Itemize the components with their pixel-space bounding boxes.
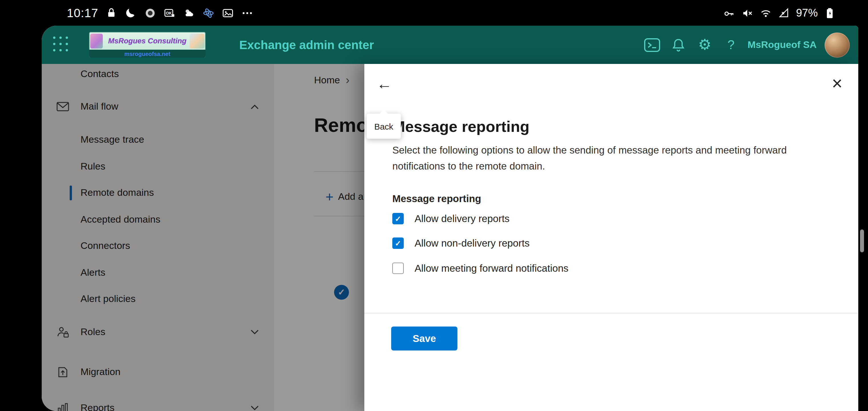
checkbox-row-delivery-reports[interactable]: Allow delivery reports <box>392 211 510 227</box>
clock: 10:17 <box>67 6 98 20</box>
back-tooltip: Back <box>367 114 401 139</box>
mute-icon <box>741 6 754 19</box>
status-bar-left: 10:17 OK <box>67 0 253 26</box>
more-notifications-icon <box>241 6 253 19</box>
logo-domain: msrogueofsa.net <box>124 51 170 57</box>
key-icon <box>723 6 736 19</box>
bell-icon[interactable] <box>665 32 691 58</box>
avatar[interactable] <box>825 32 850 57</box>
dnd-circle-icon <box>144 6 156 19</box>
checkbox-checked-icon[interactable] <box>392 213 404 224</box>
image-icon <box>222 6 234 19</box>
close-button[interactable] <box>827 73 847 94</box>
divider <box>364 313 858 313</box>
cloud-shell-icon[interactable] <box>639 32 665 58</box>
checkbox-checked-icon[interactable] <box>392 238 404 249</box>
ok-box-icon: OK <box>163 6 176 19</box>
atom-icon <box>202 6 215 19</box>
checkbox-unchecked-icon[interactable] <box>392 262 404 274</box>
checkbox-row-meeting-forward-notifications[interactable]: Allow meeting forward notifications <box>392 260 568 276</box>
app-window: MsRogues Consulting msrogueofsa.net Exch… <box>42 26 858 411</box>
status-bar-right: 97% <box>723 0 836 26</box>
checkbox-label: Allow meeting forward notifications <box>414 262 568 274</box>
back-button[interactable] <box>375 74 394 94</box>
gear-icon[interactable] <box>691 32 718 58</box>
logo-main: MsRogues Consulting <box>89 32 206 50</box>
device-scale: 10:17 OK 97% <box>0 0 868 411</box>
battery-percent: 97% <box>796 6 818 19</box>
panel-title: Message reporting <box>392 118 529 136</box>
checkbox-label: Allow delivery reports <box>414 213 510 225</box>
phone-screen: 10:17 OK 97% <box>0 0 868 411</box>
app-header: MsRogues Consulting msrogueofsa.net Exch… <box>42 26 858 64</box>
checkbox-label: Allow non-delivery reports <box>414 237 530 249</box>
weather-icon <box>183 6 195 19</box>
section-title: Message reporting <box>392 193 481 205</box>
org-logo[interactable]: MsRogues Consulting msrogueofsa.net <box>89 32 206 58</box>
scrollbar-thumb[interactable] <box>860 229 864 252</box>
account-name[interactable]: MsRogueof SA <box>747 39 816 51</box>
header-actions: MsRogueof SA <box>639 26 858 64</box>
logo-strip: msrogueofsa.net <box>89 50 206 58</box>
message-reporting-panel: Message reporting Back Select the follow… <box>364 64 858 411</box>
status-bar: 10:17 OK 97% <box>0 0 868 26</box>
cellular-offline-icon <box>778 6 790 19</box>
battery-icon <box>824 6 836 19</box>
svg-text:OK: OK <box>166 11 172 15</box>
back-tooltip-label: Back <box>374 121 394 131</box>
logo-text: MsRogues Consulting <box>108 36 186 45</box>
lock-icon <box>105 6 118 19</box>
help-icon[interactable] <box>718 32 744 58</box>
wifi-icon <box>760 6 772 19</box>
waffle-menu-icon[interactable] <box>53 36 69 53</box>
checkbox-row-non-delivery-reports[interactable]: Allow non-delivery reports <box>392 235 530 251</box>
save-button[interactable]: Save <box>391 326 457 350</box>
app-title: Exchange admin center <box>239 26 374 64</box>
panel-description: Select the following options to allow th… <box>392 143 818 174</box>
modal-dim-overlay[interactable] <box>42 64 364 411</box>
moon-icon <box>124 6 137 19</box>
